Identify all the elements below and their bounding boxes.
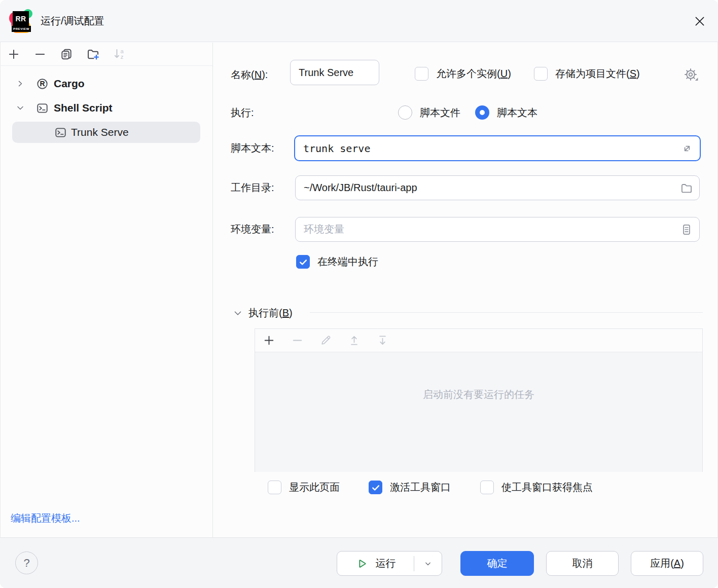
before-launch-toolbar bbox=[255, 329, 702, 352]
show-this-page-label: 显示此页面 bbox=[289, 481, 340, 494]
help-button[interactable]: ? bbox=[15, 552, 38, 574]
checkbox-unchecked-icon bbox=[268, 481, 281, 494]
svg-text:a: a bbox=[120, 48, 124, 54]
tree-item-trunk-serve-selected[interactable]: Trunk Serve bbox=[12, 122, 200, 143]
working-dir-input[interactable] bbox=[296, 176, 680, 200]
no-tasks-message: 启动前没有要运行的任务 bbox=[423, 388, 534, 472]
plus-icon bbox=[7, 48, 20, 61]
before-launch-empty-area: 启动前没有要运行的任务 bbox=[255, 352, 702, 472]
chevron-down-icon[interactable] bbox=[15, 103, 25, 113]
titlebar: RR PREVIEW 运行/调试配置 bbox=[0, 0, 718, 42]
dialog-title: 运行/调试配置 bbox=[41, 14, 104, 28]
rustrover-logo: RR PREVIEW bbox=[10, 10, 32, 33]
run-button-label: 运行 bbox=[376, 557, 396, 570]
exec-label: 执行: bbox=[231, 105, 254, 120]
logo-preview-badge: PREVIEW bbox=[12, 26, 31, 32]
checkbox-checked-icon bbox=[296, 255, 310, 269]
store-as-project-file-checkbox[interactable]: 存储为项目文件(S) bbox=[534, 67, 640, 81]
run-in-terminal-checkbox[interactable]: 在终端中执行 bbox=[296, 255, 378, 269]
plus-icon bbox=[263, 334, 275, 347]
chevron-right-icon[interactable] bbox=[15, 79, 25, 89]
store-settings-gear-button[interactable] bbox=[683, 66, 699, 83]
svg-text:z: z bbox=[120, 54, 123, 60]
script-file-radio[interactable]: 脚本文件 bbox=[398, 105, 460, 120]
terminal-icon bbox=[54, 126, 67, 139]
expand-icon bbox=[680, 142, 694, 155]
remove-configuration-button[interactable] bbox=[33, 47, 47, 61]
allow-multiple-instances-checkbox[interactable]: 允许多个实例(U) bbox=[415, 67, 511, 81]
close-icon bbox=[693, 14, 707, 28]
config-sidebar: az R Cargo Shell Script Trunk Serve 编辑配置… bbox=[0, 43, 213, 537]
allow-multiple-instances-label: 允许多个实例(U) bbox=[436, 67, 511, 81]
sort-az-icon: az bbox=[113, 47, 126, 61]
play-icon bbox=[355, 558, 368, 570]
script-text-radio-label: 脚本文本 bbox=[497, 106, 537, 120]
expand-editor-button[interactable] bbox=[680, 142, 694, 155]
tree-item-cargo[interactable]: R Cargo bbox=[0, 71, 212, 96]
pencil-icon bbox=[319, 334, 332, 347]
checkbox-unchecked-icon bbox=[480, 481, 494, 494]
folder-icon bbox=[680, 181, 693, 195]
edit-task-button[interactable] bbox=[318, 334, 333, 348]
sort-configurations-button[interactable]: az bbox=[112, 47, 126, 61]
script-text-label: 脚本文本: bbox=[231, 141, 274, 155]
name-input[interactable] bbox=[290, 60, 379, 85]
apply-button[interactable]: 应用(A) bbox=[631, 551, 703, 576]
edit-configuration-templates-link[interactable]: 编辑配置模板... bbox=[11, 511, 80, 525]
move-up-icon bbox=[348, 334, 361, 347]
terminal-icon bbox=[35, 101, 49, 115]
script-text-input[interactable] bbox=[295, 136, 680, 160]
radio-selected-icon bbox=[475, 105, 489, 120]
run-in-terminal-label: 在终端中执行 bbox=[317, 255, 378, 269]
sidebar-toolbar: az bbox=[0, 43, 212, 66]
tree-item-label: Cargo bbox=[54, 78, 85, 90]
question-mark-icon: ? bbox=[23, 557, 29, 569]
run-debug-config-dialog: RR PREVIEW 运行/调试配置 az bbox=[0, 0, 718, 588]
move-task-down-button[interactable] bbox=[375, 334, 389, 348]
gear-icon bbox=[683, 67, 699, 82]
move-down-icon bbox=[376, 334, 389, 347]
env-vars-list-button[interactable] bbox=[680, 223, 693, 236]
script-file-radio-label: 脚本文件 bbox=[420, 106, 460, 120]
add-configuration-button[interactable] bbox=[7, 47, 21, 61]
store-as-project-file-label: 存储为项目文件(S) bbox=[555, 67, 640, 81]
before-launch-title: 执行前(B) bbox=[248, 306, 293, 320]
configuration-form: 名称(N): 允许多个实例(U) 存储为项目文件(S) 执行: 脚本文件 脚本文… bbox=[213, 43, 718, 537]
tree-item-label: Shell Script bbox=[54, 102, 113, 114]
script-text-field bbox=[294, 135, 701, 161]
browse-folder-button[interactable] bbox=[680, 181, 693, 195]
add-task-button[interactable] bbox=[262, 334, 276, 348]
activate-tool-window-label: 激活工具窗口 bbox=[390, 481, 451, 494]
footer-buttons: 运行 确定 取消 应用(A) bbox=[337, 551, 703, 576]
checkbox-checked-icon bbox=[369, 481, 382, 494]
env-vars-field bbox=[295, 217, 700, 242]
tree-item-shell-script[interactable]: Shell Script bbox=[0, 96, 212, 120]
minus-icon bbox=[291, 334, 304, 347]
focus-tool-window-checkbox[interactable]: 使工具窗口获得焦点 bbox=[480, 481, 593, 494]
new-folder-button[interactable] bbox=[86, 47, 100, 61]
script-text-radio[interactable]: 脚本文本 bbox=[475, 105, 537, 120]
show-this-page-checkbox[interactable]: 显示此页面 bbox=[268, 481, 340, 494]
env-vars-input[interactable] bbox=[296, 217, 680, 241]
cancel-button[interactable]: 取消 bbox=[546, 551, 619, 576]
close-button[interactable] bbox=[692, 13, 708, 29]
section-chevron-down-icon[interactable] bbox=[232, 308, 243, 319]
tree-item-label: Trunk Serve bbox=[71, 126, 129, 138]
remove-task-button[interactable] bbox=[290, 334, 304, 348]
cargo-icon: R bbox=[35, 77, 49, 91]
run-dropdown-arrow[interactable] bbox=[414, 559, 442, 569]
new-folder-icon bbox=[86, 47, 100, 61]
svg-text:R: R bbox=[40, 80, 45, 88]
focus-tool-window-label: 使工具窗口获得焦点 bbox=[501, 481, 593, 494]
checkbox-unchecked-icon bbox=[534, 67, 548, 81]
checkbox-unchecked-icon bbox=[415, 67, 428, 81]
run-button-main[interactable]: 运行 bbox=[337, 557, 414, 570]
activate-tool-window-checkbox[interactable]: 激活工具窗口 bbox=[369, 481, 451, 494]
name-label: 名称(N): bbox=[231, 67, 268, 82]
list-document-icon bbox=[680, 223, 693, 236]
ok-button[interactable]: 确定 bbox=[460, 551, 534, 576]
configuration-tree: R Cargo Shell Script Trunk Serve bbox=[0, 71, 212, 143]
copy-configuration-button[interactable] bbox=[59, 47, 74, 61]
run-button[interactable]: 运行 bbox=[337, 551, 442, 576]
move-task-up-button[interactable] bbox=[347, 334, 361, 348]
